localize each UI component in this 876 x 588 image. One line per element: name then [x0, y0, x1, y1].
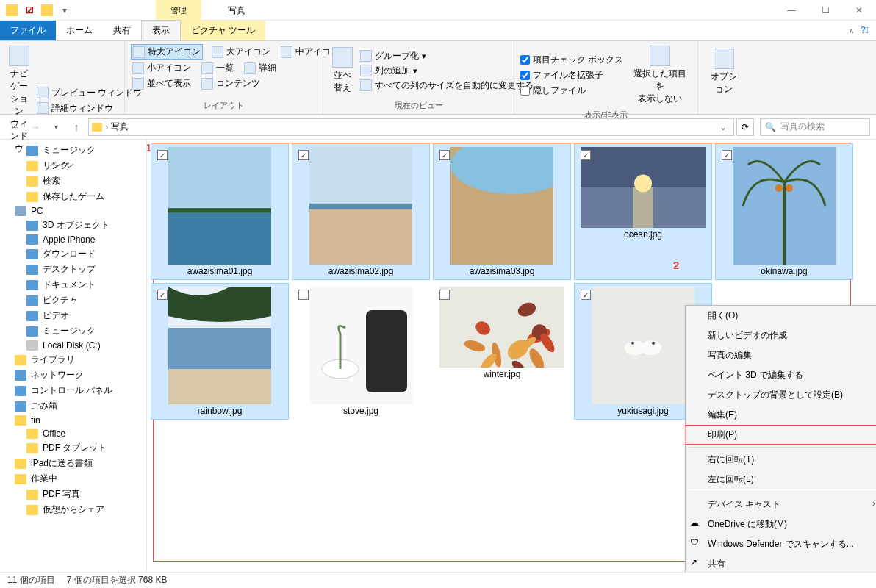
refresh-button[interactable]: ⟳: [736, 118, 754, 136]
selection-checkbox[interactable]: [298, 290, 309, 300]
selection-checkbox[interactable]: [157, 290, 168, 300]
tree-item[interactable]: ビデオ: [0, 308, 146, 323]
tree-item[interactable]: 3D オブジェクト: [0, 218, 146, 233]
context-menu-item[interactable]: 編集(E): [686, 405, 876, 425]
tree-item[interactable]: ドキュメント: [0, 277, 146, 293]
context-menu-item[interactable]: 右に回転(T): [686, 450, 876, 470]
context-menu-item[interactable]: ↗共有: [686, 554, 876, 572]
context-menu-item[interactable]: ペイント 3D で編集する: [686, 365, 876, 385]
hide-selected-button[interactable]: 選択した項目を 表示しない: [628, 44, 692, 107]
file-view[interactable]: 1 awazisima01.jpgawazisima02.jpgawazisim…: [147, 140, 876, 572]
checkbox-extensions[interactable]: ファイル名拡張子: [520, 69, 623, 82]
address-dropdown-icon[interactable]: ⌄: [716, 122, 730, 132]
breadcrumb-folder[interactable]: 写真: [111, 121, 129, 133]
tree-item[interactable]: Apple iPhone: [0, 233, 146, 246]
tree-item[interactable]: PDF 写真: [0, 487, 146, 502]
selection-checkbox[interactable]: [581, 290, 591, 300]
file-thumbnail[interactable]: stove.jpg: [292, 284, 429, 419]
back-button[interactable]: ←: [6, 118, 24, 136]
file-thumbnail[interactable]: awazisima03.jpg: [434, 144, 570, 279]
layout-content[interactable]: コンテンツ: [200, 76, 262, 90]
context-menu-item[interactable]: 開く(O): [686, 306, 876, 326]
selection-checkbox[interactable]: [722, 150, 732, 160]
context-menu-item[interactable]: 印刷(P): [686, 425, 876, 445]
search-input[interactable]: 🔍 写真の検索: [760, 118, 870, 136]
context-menu-item[interactable]: 写真の編集: [686, 345, 876, 365]
selection-checkbox[interactable]: [439, 150, 450, 160]
layout-detail[interactable]: 詳細: [243, 61, 278, 75]
tree-item[interactable]: リンク: [0, 158, 146, 173]
layout-list[interactable]: 一覧: [200, 61, 235, 75]
options-button[interactable]: オプション: [704, 44, 744, 99]
tree-item[interactable]: コントロール パネル: [0, 383, 146, 398]
sort-button[interactable]: 並べ替え: [329, 44, 356, 97]
svg-rect-11: [633, 187, 653, 228]
file-thumbnail[interactable]: rainbow.jpg: [151, 284, 288, 419]
tree-item[interactable]: iPadに送る書類: [0, 456, 146, 471]
tree-item[interactable]: Office: [0, 427, 146, 440]
tree-item[interactable]: ピクチャ: [0, 293, 146, 308]
tree-item[interactable]: 作業中: [0, 471, 146, 487]
tab-picture-tools[interactable]: ピクチャ ツール: [181, 21, 265, 40]
layout-lg-icons[interactable]: 大アイコン: [210, 45, 272, 59]
group-by-button[interactable]: グループ化 ▾: [360, 50, 534, 62]
file-thumbnail[interactable]: ocean.jpg: [575, 144, 711, 279]
tab-file[interactable]: ファイル: [0, 21, 56, 40]
context-menu-item[interactable]: ☁OneDrive に移動(M): [686, 514, 876, 534]
context-menu-item[interactable]: デバイス キャスト: [686, 495, 876, 514]
breadcrumb[interactable]: › 写真 ⌄: [88, 118, 734, 136]
tree-item[interactable]: ごみ箱: [0, 398, 146, 414]
context-menu-item[interactable]: 新しいビデオの作成: [686, 326, 876, 345]
qat-check-icon[interactable]: ☑: [24, 4, 35, 16]
status-bar: 11 個の項目 7 個の項目を選択 768 KB: [0, 572, 876, 588]
context-menu-item[interactable]: 🛡Windows Defender でスキャンする...: [686, 534, 876, 554]
selection-checkbox[interactable]: [439, 290, 450, 300]
autosize-cols-button[interactable]: すべての列のサイズを自動的に変更する: [360, 79, 534, 92]
tab-view[interactable]: 表示: [141, 20, 181, 40]
tab-share[interactable]: 共有: [103, 21, 141, 40]
collapse-ribbon-icon[interactable]: ∧: [849, 26, 854, 35]
forward-button[interactable]: →: [26, 118, 44, 136]
file-thumbnail[interactable]: okinawa.jpg: [716, 144, 852, 279]
tree-item[interactable]: 検索: [0, 173, 146, 189]
minimize-button[interactable]: —: [775, 0, 808, 21]
tree-item[interactable]: ダウンロード: [0, 246, 146, 262]
add-column-button[interactable]: 列の追加 ▾: [360, 65, 534, 77]
layout-sm-icons[interactable]: 小アイコン: [131, 61, 193, 75]
tree-item[interactable]: Local Disk (C:): [0, 339, 146, 352]
layout-tiles[interactable]: 並べて表示: [131, 76, 193, 90]
checkbox-item-checkboxes[interactable]: 項目チェック ボックス: [520, 54, 623, 66]
file-thumbnail[interactable]: winter.jpg: [434, 284, 570, 419]
tree-item[interactable]: ミュージック: [0, 323, 146, 339]
file-thumbnail[interactable]: awazisima02.jpg: [292, 144, 429, 279]
file-name: awazisima03.jpg: [470, 266, 535, 276]
layout-xl-icons[interactable]: 特大アイコン: [131, 44, 203, 60]
selection-checkbox[interactable]: [157, 150, 168, 160]
checkbox-hidden-files[interactable]: 隠しファイル: [520, 85, 623, 97]
tree-item[interactable]: PC: [0, 204, 146, 218]
tree-item[interactable]: 保存したゲーム: [0, 189, 146, 204]
tree-item[interactable]: デスクトップ: [0, 262, 146, 277]
tree-item[interactable]: PDF タブレット: [0, 440, 146, 456]
close-button[interactable]: ✕: [842, 0, 876, 21]
tree-item[interactable]: ライブラリ: [0, 352, 146, 368]
tree-item[interactable]: 仮想からシェア: [0, 502, 146, 517]
help-icon[interactable]: ?⃝: [861, 25, 869, 35]
context-menu-item[interactable]: デスクトップの背景として設定(B): [686, 385, 876, 405]
selection-checkbox[interactable]: [581, 150, 591, 160]
qat-overflow[interactable]: ▾: [59, 4, 71, 16]
context-menu-item[interactable]: 左に回転(L): [686, 470, 876, 490]
file-thumbnail[interactable]: awazisima01.jpg: [151, 144, 288, 279]
up-button[interactable]: ↑: [68, 118, 85, 136]
qat-folder-icon[interactable]: [41, 4, 53, 16]
nav-tree[interactable]: ミュージックリンク検索保存したゲームPC3D オブジェクトApple iPhon…: [0, 140, 147, 572]
tree-item[interactable]: fin: [0, 414, 146, 427]
selection-checkbox[interactable]: [298, 150, 309, 160]
svg-rect-2: [168, 208, 271, 212]
maximize-button[interactable]: ☐: [808, 0, 842, 21]
tab-home[interactable]: ホーム: [56, 21, 103, 40]
tree-item[interactable]: ミュージック: [0, 143, 146, 158]
file-name: okinawa.jpg: [761, 266, 807, 276]
recent-locations[interactable]: ▾: [47, 118, 65, 136]
tree-item[interactable]: ネットワーク: [0, 368, 146, 383]
